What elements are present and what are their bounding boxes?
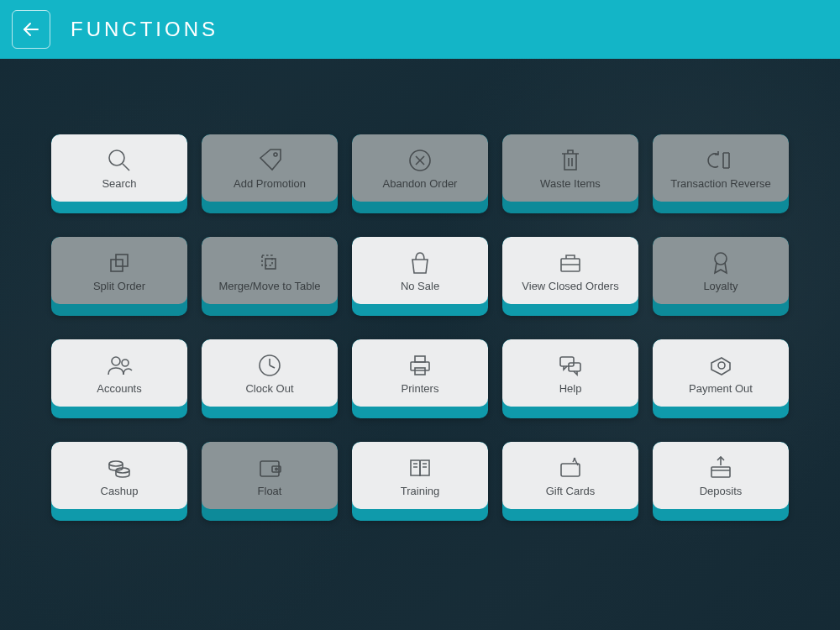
tile-no-sale[interactable]: No Sale: [352, 237, 488, 316]
chat-icon: [556, 351, 585, 380]
svg-rect-23: [415, 368, 425, 375]
svg-point-27: [109, 461, 123, 466]
svg-rect-24: [560, 357, 574, 366]
svg-rect-12: [262, 255, 272, 265]
tile-float[interactable]: Float: [202, 442, 338, 521]
svg-rect-10: [116, 255, 128, 266]
svg-line-20: [270, 365, 275, 368]
tile-label: Clock Out: [240, 383, 298, 395]
clock-icon: [255, 351, 284, 380]
tile-label: Waste Items: [535, 178, 606, 190]
tile-face: Split Order: [51, 237, 187, 304]
search-icon: [105, 146, 134, 175]
tile-face: No Sale: [352, 237, 488, 304]
tile-label: View Closed Orders: [517, 281, 623, 292]
tile-face: Gift Cards: [502, 442, 638, 509]
tile-waste-items[interactable]: Waste Items: [502, 134, 638, 213]
tile-deposits[interactable]: Deposits: [653, 442, 789, 521]
tile-label: Cashup: [96, 486, 144, 497]
trash-icon: [556, 146, 585, 175]
tile-face: View Closed Orders: [502, 237, 638, 304]
svg-rect-38: [711, 467, 730, 477]
tile-face: Training: [352, 442, 488, 509]
svg-rect-21: [411, 362, 429, 370]
svg-line-2: [123, 164, 129, 171]
tile-face: Float: [202, 442, 338, 509]
tile-clock-out[interactable]: Clock Out: [202, 339, 338, 418]
tile-add-promotion[interactable]: Add Promotion: [202, 134, 338, 213]
tile-loyalty[interactable]: Loyalty: [653, 237, 789, 316]
tile-merge-move[interactable]: Merge/Move to Table: [202, 237, 338, 316]
deposit-icon: [706, 454, 735, 482]
wallet-icon: [255, 454, 284, 482]
tile-face: Clock Out: [202, 339, 338, 407]
tile-cashup[interactable]: Cashup: [51, 442, 187, 521]
payment-icon: [706, 351, 735, 380]
svg-point-17: [122, 360, 129, 366]
tile-face: Merge/Move to Table: [202, 237, 338, 304]
tile-label: Float: [253, 486, 287, 497]
tile-label: Loyalty: [698, 281, 743, 292]
svg-rect-9: [111, 260, 123, 271]
briefcase-icon: [556, 249, 585, 277]
split-icon: [105, 249, 134, 277]
reverse-icon: [706, 146, 735, 175]
giftcard-icon: [556, 454, 585, 482]
svg-point-3: [274, 153, 277, 156]
tile-label: Payment Out: [684, 383, 758, 395]
circle-x-icon: [406, 146, 434, 175]
coins-icon: [105, 454, 134, 482]
tag-icon: [255, 146, 284, 175]
tile-face: Accounts: [51, 339, 187, 407]
tile-label: Add Promotion: [228, 178, 311, 190]
tile-label: Transaction Reverse: [665, 178, 775, 190]
tile-label: Abandon Order: [378, 178, 463, 190]
tile-face: Abandon Order: [352, 134, 488, 202]
bag-icon: [406, 249, 434, 277]
tile-label: Accounts: [92, 383, 146, 395]
svg-point-15: [715, 253, 727, 265]
tile-label: Split Order: [88, 281, 150, 292]
tile-face: Printers: [352, 339, 488, 407]
arrow-left-icon: [21, 19, 41, 39]
tile-face: Deposits: [653, 442, 789, 509]
tile-face: Cashup: [51, 442, 187, 509]
tile-printers[interactable]: Printers: [352, 339, 488, 418]
tile-face: Transaction Reverse: [653, 134, 789, 202]
people-icon: [105, 351, 134, 380]
svg-rect-11: [265, 259, 276, 269]
tile-transaction-reverse[interactable]: Transaction Reverse: [653, 134, 789, 213]
tile-view-closed-orders[interactable]: View Closed Orders: [502, 237, 638, 316]
functions-grid: Search Add Promotion Abandon Order Waste…: [0, 59, 840, 521]
tile-training[interactable]: Training: [352, 442, 488, 521]
tile-label: Merge/Move to Table: [213, 281, 325, 292]
tile-label: Search: [97, 178, 141, 190]
svg-rect-22: [415, 356, 425, 362]
ribbon-icon: [706, 249, 735, 277]
tile-face: Search: [51, 134, 187, 202]
svg-point-31: [276, 468, 277, 470]
svg-point-16: [112, 357, 120, 365]
tile-face: Help: [502, 339, 638, 407]
header-bar: FUNCTIONS: [0, 0, 840, 59]
tile-face: Loyalty: [653, 237, 789, 304]
tile-face: Waste Items: [502, 134, 638, 202]
tile-label: No Sale: [396, 281, 444, 292]
tile-accounts[interactable]: Accounts: [51, 339, 187, 418]
tile-face: Payment Out: [653, 339, 789, 407]
page-title: FUNCTIONS: [71, 18, 218, 41]
tile-label: Gift Cards: [541, 486, 601, 497]
tile-search[interactable]: Search: [51, 134, 187, 213]
tile-help[interactable]: Help: [502, 339, 638, 418]
svg-point-1: [109, 150, 124, 165]
tile-payment-out[interactable]: Payment Out: [653, 339, 789, 418]
svg-rect-25: [569, 363, 580, 371]
tile-face: Add Promotion: [202, 134, 338, 202]
merge-icon: [255, 249, 284, 277]
tile-gift-cards[interactable]: Gift Cards: [502, 442, 638, 521]
printer-icon: [406, 351, 434, 380]
back-button[interactable]: [12, 10, 50, 49]
tile-label: Training: [396, 486, 444, 497]
tile-split-order[interactable]: Split Order: [51, 237, 187, 316]
tile-abandon-order[interactable]: Abandon Order: [352, 134, 488, 213]
